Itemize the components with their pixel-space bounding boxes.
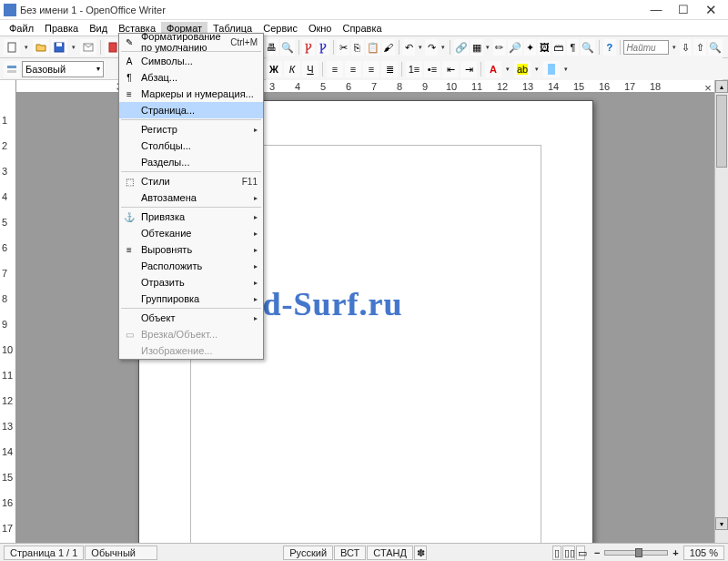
paste-button[interactable]: 📋 [366,39,380,56]
datasources-button[interactable]: 🗃 [552,39,565,56]
show-draw-button[interactable]: ✏ [493,39,506,56]
menu-styles[interactable]: ⬚СтилиF11 [119,173,263,189]
table-button[interactable]: ▦ [470,39,483,56]
undo-button[interactable]: ↶ [402,39,415,56]
copy-button[interactable]: ⎘ [351,39,364,56]
statusbar: Страница 1 / 1 Обычный Русский ВСТ СТАНД… [0,543,728,561]
vertical-ruler[interactable]: 1 2 3 4 5 6 7 8 9 10 11 12 13 14 15 16 1… [0,80,16,561]
menu-wrap[interactable]: Обтекание▸ [119,225,263,241]
print-button[interactable]: 🖶 [266,39,278,56]
italic-button[interactable]: К [284,61,300,77]
view-book-button[interactable]: ▭ [576,546,585,560]
save-button[interactable] [51,39,67,56]
close-button[interactable]: ✕ [697,2,724,18]
document-icon [6,42,17,53]
find-prev-button[interactable]: ⇧ [693,39,706,56]
hyperlink-button[interactable]: 🔗 [454,39,469,56]
toolbar-formatting-right: Ж К Ч ≡ ≡ ≡ ≣ 1≡ •≡ ⇤ ⇥ A▾ ab▾ ▾ [266,58,723,80]
status-signature[interactable]: ✽ [414,546,427,560]
menu-sections[interactable]: Разделы... [119,154,263,170]
new-doc-dropdown[interactable]: ▾ [22,39,31,56]
justify-button[interactable]: ≣ [381,61,398,77]
menu-arrange[interactable]: Расположить▸ [119,258,263,274]
gallery-button[interactable]: 🖼 [538,39,551,56]
status-insert-mode[interactable]: ВСТ [334,546,366,560]
increase-indent-button[interactable]: ⇥ [460,61,477,77]
bullet-list-button[interactable]: •≡ [424,61,440,77]
maximize-button[interactable]: ☐ [670,2,697,18]
envelope-icon [83,42,94,53]
navigator-button[interactable]: ✦ [524,39,537,56]
view-multi-page-button[interactable]: ▯▯ [562,546,575,560]
underline-button[interactable]: Ч [302,61,318,77]
status-style[interactable]: Обычный [85,546,157,560]
bold-button[interactable]: Ж [266,61,282,77]
menu-help[interactable]: Справка [337,22,387,35]
align-center-button[interactable]: ≡ [345,61,361,77]
help-button[interactable]: ? [603,39,616,56]
styles-button[interactable] [4,61,20,77]
format-paintbrush-button[interactable]: 🖌 [382,39,395,56]
save-dropdown[interactable]: ▾ [69,39,78,56]
minimize-button[interactable]: — [642,2,670,18]
find-all-button[interactable]: 🔍 [708,39,723,56]
email-button[interactable] [80,39,96,56]
menu-object[interactable]: Объект▸ [119,310,263,326]
menu-window[interactable]: Окно [303,22,338,35]
menu-flip[interactable]: Отразить▸ [119,274,263,291]
menu-case[interactable]: Регистр▸ [119,121,263,138]
menu-tools[interactable]: Сервис [258,22,303,35]
zoom-handle[interactable] [635,548,642,557]
zoom-button[interactable]: 🔍 [581,39,595,56]
nonprinting-button[interactable]: ¶ [567,39,580,56]
menu-edit[interactable]: Правка [39,22,84,35]
font-color-button[interactable]: A [485,61,501,77]
menu-bullets[interactable]: ≡Маркеры и нумерация... [119,86,263,102]
spellcheck-button[interactable]: Ꝩ [302,39,315,56]
status-selection-mode[interactable]: СТАНД [367,546,413,560]
menu-columns[interactable]: Столбцы... [119,138,263,154]
find-replace-button[interactable]: 🔎 [508,39,522,56]
new-doc-button[interactable] [4,39,20,56]
menu-paragraph[interactable]: ¶Абзац... [119,69,263,86]
menu-align[interactable]: ≡Выровнять▸ [119,241,263,258]
format-menu-popup: ✎ Форматирование по умолчанию Ctrl+M AСи… [118,33,264,360]
char-icon: A [121,55,137,67]
menu-anchor[interactable]: ⚓Привязка▸ [119,209,263,225]
app-icon [4,4,16,16]
align-left-button[interactable]: ≡ [327,61,343,77]
status-page[interactable]: Страница 1 / 1 [4,546,84,560]
scroll-up-arrow[interactable]: ▴ [715,80,728,93]
highlight-button[interactable]: ab [514,61,531,77]
align-right-button[interactable]: ≡ [363,61,379,77]
paragraph-style-selector[interactable]: Базовый▾ [22,61,104,77]
scroll-thumb[interactable] [716,95,727,168]
autocheck-button[interactable]: Ꝩ [317,39,329,56]
menu-characters[interactable]: AСимволы... [119,53,263,69]
numbered-list-button[interactable]: 1≡ [406,61,422,77]
menu-group[interactable]: Группировка▸ [119,291,263,307]
menu-autoformat[interactable]: Автозамена▸ [119,189,263,206]
scroll-down-arrow[interactable]: ▾ [715,517,728,530]
open-button[interactable] [33,39,49,56]
zoom-in-button[interactable]: + [669,547,682,558]
view-single-page-button[interactable]: ▯ [552,546,561,560]
menu-page[interactable]: Страница... [119,102,263,118]
vertical-scrollbar[interactable]: ▴ ▾ [714,80,728,561]
styles-icon [6,64,17,75]
find-input[interactable] [623,40,669,55]
cut-button[interactable]: ✂ [337,39,349,56]
decrease-indent-button[interactable]: ⇤ [442,61,459,77]
status-zoom-value[interactable]: 105 % [683,546,724,560]
status-language[interactable]: Русский [283,546,333,560]
zoom-out-button[interactable]: − [591,547,603,558]
separator [100,40,101,55]
redo-button[interactable]: ↷ [425,39,438,56]
menu-file[interactable]: Файл [4,22,39,35]
menu-view[interactable]: Вид [84,22,113,35]
zoom-slider[interactable] [604,550,668,556]
menu-default-formatting[interactable]: ✎ Форматирование по умолчанию Ctrl+M [119,34,263,50]
find-next-button[interactable]: ⇩ [680,39,693,56]
bgcolor-button[interactable] [543,61,560,77]
preview-button[interactable]: 🔍 [280,39,295,56]
